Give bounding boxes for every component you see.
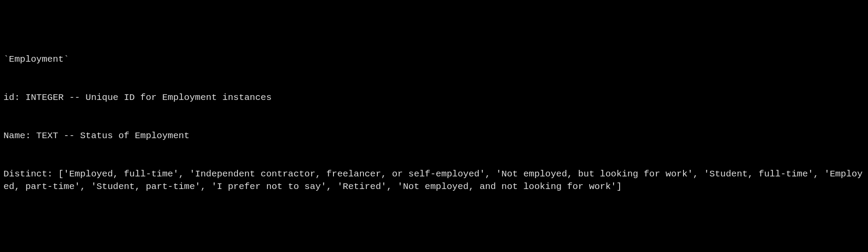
schema-name-line: Name: TEXT -- Status of Employment bbox=[3, 129, 865, 142]
schema-distinct-line: Distinct: ['Employed, full-time', 'Indep… bbox=[3, 168, 865, 193]
terminal-output: `Employment` id: INTEGER -- Unique ID fo… bbox=[0, 0, 868, 252]
schema-title: `Employment` bbox=[3, 53, 865, 66]
schema-id-line: id: INTEGER -- Unique ID for Employment … bbox=[3, 91, 865, 104]
schema-block-employment: `Employment` id: INTEGER -- Unique ID fo… bbox=[3, 27, 865, 219]
